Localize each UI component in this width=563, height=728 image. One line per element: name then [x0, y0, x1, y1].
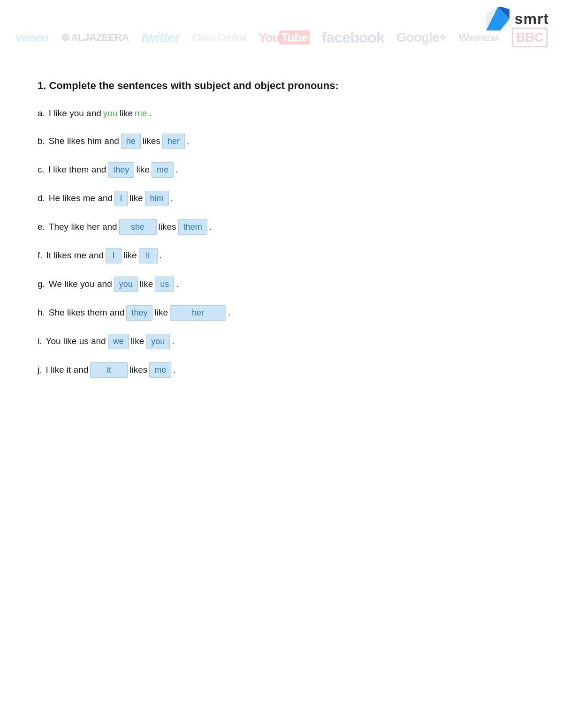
sentence-g-ans1: you [114, 277, 138, 292]
sentence-g-ans2: us [155, 277, 174, 292]
sentence-b-ans1: he [121, 134, 141, 149]
sentence-a-text3: . [149, 107, 151, 120]
sentence-j-ans2: me [149, 362, 171, 378]
label-j: j. [38, 363, 42, 377]
sentence-d-ans1: I [114, 191, 128, 206]
sentence-b-text2: likes [143, 135, 160, 148]
sentence-d-ans2: him [145, 191, 169, 206]
sentence-f: f. It likes me and I like it . [38, 248, 525, 263]
label-i: i. [38, 335, 42, 348]
sentence-f-text1: It likes me and [46, 249, 104, 263]
sentence-j-text3: . [173, 363, 175, 377]
sentence-e-text3: . [209, 220, 212, 234]
label-h: h. [38, 306, 45, 320]
sentence-list: a. I like you and you like me . b. She l… [38, 107, 525, 378]
label-c: c. [38, 163, 45, 177]
sentence-c-text1: I like them and [48, 163, 107, 177]
sentence-g-text2: like [140, 278, 153, 291]
sentence-e-ans2: them [178, 219, 207, 235]
sentence-j-ans1: it [90, 362, 128, 378]
sentence-g: g. We like you and you like us . [38, 277, 525, 292]
sentence-j: j. I like it and it likes me . [38, 362, 525, 378]
sentence-h-ans1: they [126, 305, 152, 321]
sentence-j-text2: likes [129, 363, 147, 377]
sentence-i-text3: . [172, 335, 174, 348]
sentence-h: h. She likes them and they like her . [38, 305, 525, 321]
sentence-c-text2: like [136, 163, 150, 177]
sentence-c-ans2: me [152, 162, 174, 178]
sentence-e-text2: likes [159, 220, 176, 234]
sentence-h-text1: She likes them and [49, 306, 125, 320]
sentence-g-text1: We like you and [49, 278, 112, 291]
sentence-d-text3: . [171, 192, 173, 205]
sentence-a-ans1: you [103, 107, 118, 120]
sentence-c: c. I like them and they like me . [38, 162, 525, 178]
sentence-c-ans1: they [108, 162, 134, 178]
sentence-d-text2: like [129, 192, 143, 205]
sentence-d: d. He likes me and I like him . [38, 191, 525, 206]
label-b: b. [38, 135, 45, 148]
sentence-i-text1: You like us and [46, 335, 106, 348]
sentence-b: b. She likes him and he likes her . [38, 134, 525, 149]
label-d: d. [38, 192, 45, 205]
sentence-f-ans2: it [139, 248, 158, 263]
sentence-f-ans1: I [106, 248, 122, 263]
sentence-a: a. I like you and you like me . [38, 107, 525, 120]
sentence-e-text1: They like her and [49, 220, 117, 234]
sentence-h-text2: like [154, 306, 168, 320]
sentence-b-text3: . [187, 135, 189, 148]
sentence-d-text1: He likes me and [49, 192, 113, 205]
sentence-e: e. They like her and she likes them . [38, 219, 525, 235]
label-e: e. [38, 220, 45, 234]
sentence-h-ans2: her [170, 305, 226, 321]
sentence-a-ans2: me [135, 107, 147, 120]
sentence-f-text3: . [160, 249, 162, 263]
sentence-i-text2: like [131, 335, 145, 348]
sentence-i-ans2: you [146, 334, 170, 349]
sentence-e-ans1: she [119, 219, 157, 235]
sentence-i-ans1: we [108, 334, 129, 349]
sentence-j-text1: I like it and [46, 363, 89, 377]
label-a: a. [38, 107, 45, 120]
exercise-title: 1. Complete the sentences with subject a… [38, 80, 525, 92]
sentence-g-text3: . [176, 278, 178, 291]
sentence-h-text3: . [228, 306, 230, 320]
sentence-i: i. You like us and we like you . [38, 334, 525, 349]
sentence-b-text1: She likes him and [49, 135, 119, 148]
sentence-f-text2: like [123, 249, 137, 263]
sentence-a-text1: I like you and [49, 107, 101, 120]
label-f: f. [38, 249, 43, 263]
sentence-a-text2: like [119, 107, 133, 120]
sentence-b-ans2: her [162, 134, 185, 149]
main-content: 1. Complete the sentences with subject a… [0, 0, 563, 406]
label-g: g. [38, 278, 45, 291]
sentence-c-text3: . [175, 163, 178, 177]
